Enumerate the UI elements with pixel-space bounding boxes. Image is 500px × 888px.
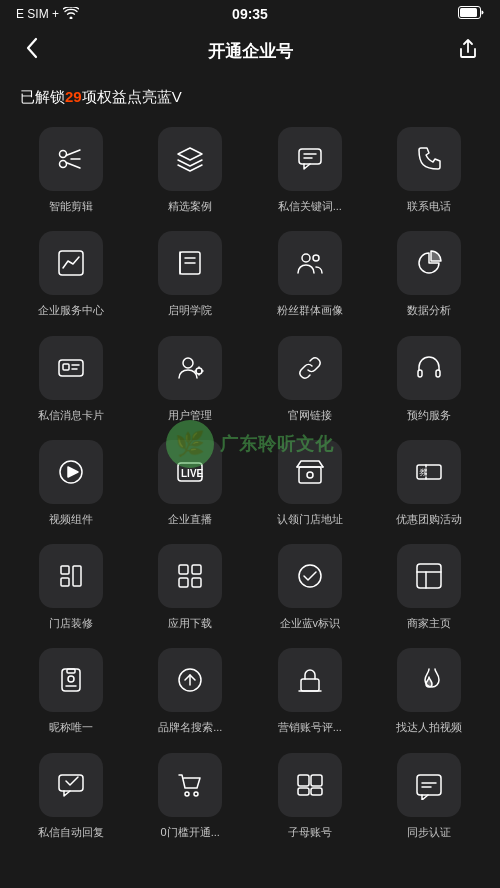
feature-item-dm-card[interactable]: 私信消息卡片: [16, 336, 126, 422]
feature-label-marketing-eval: 营销账号评...: [278, 720, 342, 734]
feature-item-unique-name[interactable]: 昵称唯一: [16, 648, 126, 734]
feature-icon-group-buy: 券: [397, 440, 461, 504]
feature-item-store-address[interactable]: 认领门店地址: [255, 440, 365, 526]
feature-item-official-link[interactable]: 官网链接: [255, 336, 365, 422]
svg-rect-57: [301, 679, 319, 691]
feature-item-auto-reply[interactable]: 私信自动回复: [16, 753, 126, 839]
svg-point-3: [59, 161, 66, 168]
status-time: 09:35: [232, 6, 268, 22]
svg-rect-46: [192, 578, 201, 587]
feature-item-sub-account[interactable]: 子母账号: [255, 753, 365, 839]
svg-rect-40: [61, 566, 69, 574]
svg-rect-48: [417, 564, 441, 588]
feature-label-smart-edit: 智能剪辑: [49, 199, 93, 213]
svg-text:LIVE: LIVE: [181, 468, 204, 479]
feature-icon-user-management: [158, 336, 222, 400]
svg-rect-8: [299, 149, 321, 164]
feature-label-find-creator: 找达人拍视频: [396, 720, 462, 734]
svg-rect-45: [179, 578, 188, 587]
feature-icon-brand-search: [158, 648, 222, 712]
svg-point-36: [307, 472, 313, 478]
svg-point-16: [302, 254, 310, 262]
feature-item-video-widget[interactable]: 视频组件: [16, 440, 126, 526]
unlock-prefix: 已解锁: [20, 88, 65, 105]
feature-item-enlighten-academy[interactable]: 启明学院: [136, 231, 246, 317]
feature-item-store-decor[interactable]: 门店装修: [16, 544, 126, 630]
nav-bar: 开通企业号: [0, 28, 500, 74]
svg-rect-34: [299, 467, 321, 483]
feature-label-appointment: 预约服务: [407, 408, 451, 422]
share-button[interactable]: [452, 38, 484, 65]
feature-icon-contact-phone: [397, 127, 461, 191]
wifi-icon: [63, 7, 79, 22]
svg-marker-31: [68, 467, 78, 477]
feature-icon-app-download: [158, 544, 222, 608]
feature-item-sync-auth[interactable]: 同步认证: [375, 753, 485, 839]
feature-item-contact-phone[interactable]: 联系电话: [375, 127, 485, 213]
svg-marker-7: [178, 148, 202, 160]
feature-item-enterprise-live[interactable]: LIVE企业直播: [136, 440, 246, 526]
feature-item-brand-search[interactable]: 品牌名搜索...: [136, 648, 246, 734]
svg-point-2: [59, 151, 66, 158]
feature-label-fan-portrait: 粉丝群体画像: [277, 303, 343, 317]
svg-point-23: [196, 368, 202, 374]
feature-item-merchant-home[interactable]: 商家主页: [375, 544, 485, 630]
feature-icon-merchant-home: [397, 544, 461, 608]
feature-icon-auto-reply: [39, 753, 103, 817]
status-left: E SIM +: [16, 7, 79, 22]
feature-item-smart-edit[interactable]: 智能剪辑: [16, 127, 126, 213]
feature-icon-sub-account: [278, 753, 342, 817]
feature-icon-data-analysis: [397, 231, 461, 295]
feature-icon-fan-portrait: [278, 231, 342, 295]
feature-label-sync-auth: 同步认证: [407, 825, 451, 839]
feature-label-contact-phone: 联系电话: [407, 199, 451, 213]
feature-item-find-creator[interactable]: 找达人拍视频: [375, 648, 485, 734]
feature-label-enlighten-academy: 启明学院: [168, 303, 212, 317]
feature-icon-marketing-eval: [278, 648, 342, 712]
feature-item-user-management[interactable]: 用户管理: [136, 336, 246, 422]
svg-rect-65: [311, 788, 322, 795]
feature-item-app-download[interactable]: 应用下载: [136, 544, 246, 630]
feature-item-zero-threshold[interactable]: 0门槛开通...: [136, 753, 246, 839]
svg-point-17: [313, 255, 319, 261]
feature-icon-find-creator: [397, 648, 461, 712]
svg-point-47: [299, 565, 321, 587]
feature-icon-store-decor: [39, 544, 103, 608]
feature-item-blue-v-badge[interactable]: 企业蓝v标识: [255, 544, 365, 630]
feature-item-fan-portrait[interactable]: 粉丝群体画像: [255, 231, 365, 317]
svg-rect-28: [418, 370, 422, 377]
feature-icon-enterprise-service: [39, 231, 103, 295]
feature-label-brand-search: 品牌名搜索...: [158, 720, 222, 734]
svg-line-5: [66, 163, 80, 169]
feature-icon-featured-cases: [158, 127, 222, 191]
feature-label-featured-cases: 精选案例: [168, 199, 212, 213]
feature-item-enterprise-service[interactable]: 企业服务中心: [16, 231, 126, 317]
svg-rect-43: [179, 565, 188, 574]
feature-icon-official-link: [278, 336, 342, 400]
feature-item-dm-keyword[interactable]: 私信关键词...: [255, 127, 365, 213]
svg-rect-52: [67, 669, 75, 673]
feature-label-dm-card: 私信消息卡片: [38, 408, 104, 422]
svg-rect-64: [298, 788, 309, 795]
svg-rect-42: [73, 566, 81, 586]
feature-label-dm-keyword: 私信关键词...: [278, 199, 342, 213]
feature-label-auto-reply: 私信自动回复: [38, 825, 104, 839]
feature-icon-zero-threshold: [158, 753, 222, 817]
svg-rect-1: [460, 8, 477, 17]
feature-item-data-analysis[interactable]: 数据分析: [375, 231, 485, 317]
feature-item-appointment[interactable]: 预约服务: [375, 336, 485, 422]
feature-label-user-management: 用户管理: [168, 408, 212, 422]
battery-icon: [458, 6, 484, 22]
feature-item-marketing-eval[interactable]: 营销账号评...: [255, 648, 365, 734]
svg-rect-62: [298, 775, 309, 786]
unlock-number: 29: [65, 88, 82, 105]
feature-item-group-buy[interactable]: 券优惠团购活动: [375, 440, 485, 526]
feature-label-zero-threshold: 0门槛开通...: [161, 825, 220, 839]
svg-line-4: [66, 150, 80, 156]
feature-item-featured-cases[interactable]: 精选案例: [136, 127, 246, 213]
feature-icon-enterprise-live: LIVE: [158, 440, 222, 504]
feature-label-sub-account: 子母账号: [288, 825, 332, 839]
svg-rect-66: [417, 775, 441, 795]
svg-rect-29: [436, 370, 440, 377]
back-button[interactable]: [16, 37, 48, 65]
